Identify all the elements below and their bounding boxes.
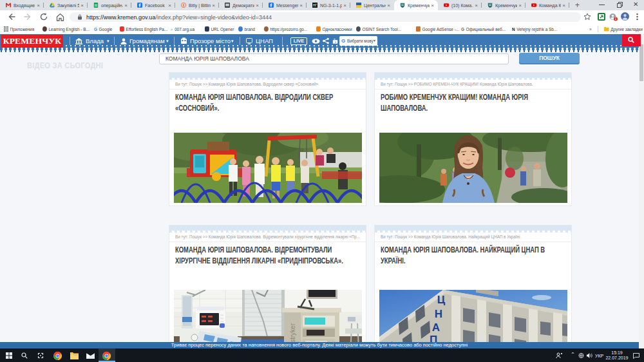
svg-text:НГ: НГ (313, 4, 317, 7)
svg-text:Ц: Ц (437, 294, 446, 306)
svg-text:Н: Н (435, 308, 442, 320)
svg-text:А: А (432, 321, 440, 334)
svg-text:stryker: stryker (289, 323, 296, 343)
svg-text:1: 1 (615, 17, 617, 21)
